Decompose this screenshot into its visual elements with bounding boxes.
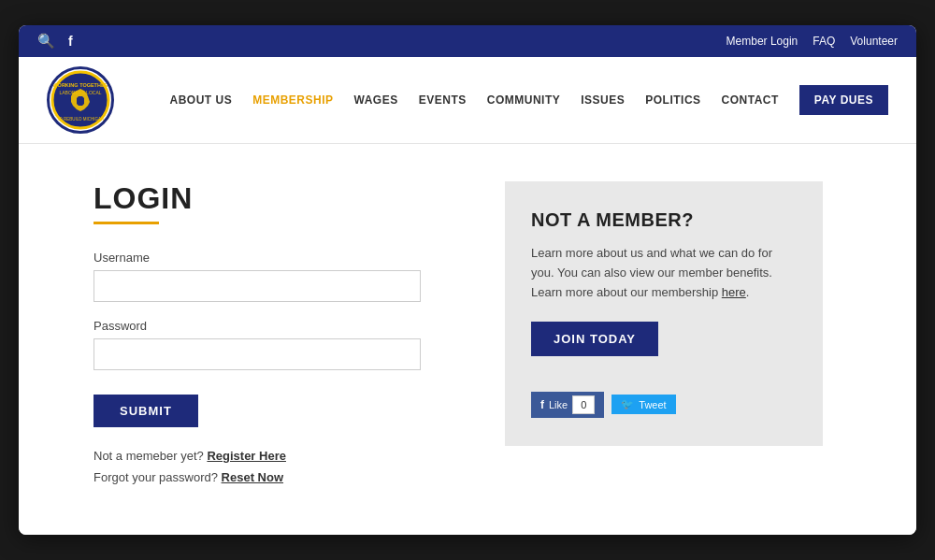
top-bar-right: Member Login FAQ Volunteer [726, 35, 898, 48]
facebook-like-button[interactable]: f Like 0 [531, 392, 604, 418]
password-group: Password [94, 319, 468, 370]
username-input[interactable] [94, 270, 421, 302]
register-here-link[interactable]: Register Here [207, 449, 286, 463]
logo-svg: WORKING TOGETHER LABORERS LOCAL TO REBUI… [50, 70, 110, 130]
nav-community[interactable]: COMMUNITY [487, 93, 561, 107]
not-member-title: NOT A MEMBER? [531, 209, 797, 231]
nav-events[interactable]: EVENTS [419, 93, 467, 107]
facebook-icon[interactable]: f [68, 34, 73, 49]
username-group: Username [94, 251, 468, 302]
header: WORKING TOGETHER LABORERS LOCAL TO REBUI… [19, 57, 916, 144]
tweet-label: Tweet [639, 399, 666, 410]
form-links: Not a memeber yet? Register Here Forgot … [94, 446, 468, 487]
not-member-body: Learn more about us and what we can do f… [531, 244, 797, 302]
search-icon[interactable]: 🔍 [37, 33, 55, 50]
fb-like-label: Like [549, 399, 568, 410]
top-bar: 🔍 f Member Login FAQ Volunteer [19, 25, 916, 57]
reset-now-link[interactable]: Reset Now [222, 470, 283, 484]
login-underline [94, 222, 159, 224]
password-label: Password [94, 319, 468, 333]
tweet-button[interactable]: 🐦 Tweet [611, 395, 675, 414]
password-input[interactable] [94, 338, 421, 370]
username-label: Username [94, 251, 468, 265]
pay-dues-button[interactable]: PAY DUES [799, 85, 888, 115]
member-login-link[interactable]: Member Login [726, 35, 798, 48]
login-section: LOGIN Username Password SUBMIT Not a mem… [94, 181, 468, 487]
nav-politics[interactable]: POLITICS [645, 93, 700, 107]
fb-count: 0 [572, 395, 595, 414]
nav-contact[interactable]: CONTACT [722, 93, 779, 107]
top-bar-left: 🔍 f [37, 33, 73, 50]
not-member-line: Not a memeber yet? Register Here [94, 446, 468, 467]
logo-area: WORKING TOGETHER LABORERS LOCAL TO REBUI… [47, 66, 114, 134]
nav-wages[interactable]: WAGES [354, 93, 398, 107]
twitter-icon: 🐦 [621, 398, 634, 410]
forgot-password-line: Forgot your password? Reset Now [94, 467, 468, 488]
not-member-box: NOT A MEMBER? Learn more about us and wh… [505, 181, 823, 445]
main-content: LOGIN Username Password SUBMIT Not a mem… [19, 144, 916, 534]
forgot-text: Forgot your password? [94, 470, 218, 484]
not-member-text: Not a memeber yet? [94, 449, 204, 463]
fb-icon: f [540, 398, 544, 411]
svg-text:WORKING TOGETHER: WORKING TOGETHER [52, 82, 108, 88]
nav-membership[interactable]: MEMBERSHIP [252, 93, 333, 107]
here-link[interactable]: here [722, 285, 746, 299]
main-nav: ABOUT US MEMBERSHIP WAGES EVENTS COMMUNI… [170, 85, 888, 115]
social-buttons: f Like 0 🐦 Tweet [531, 392, 797, 418]
organization-logo: WORKING TOGETHER LABORERS LOCAL TO REBUI… [47, 66, 114, 134]
submit-button[interactable]: SUBMIT [94, 395, 198, 427]
faq-link[interactable]: FAQ [813, 35, 835, 48]
join-today-button[interactable]: JOIN TODAY [531, 322, 658, 356]
nav-issues[interactable]: ISSUES [581, 93, 625, 107]
volunteer-link[interactable]: Volunteer [850, 35, 898, 48]
browser-frame: 🔍 f Member Login FAQ Volunteer WORKING T… [19, 25, 916, 534]
svg-text:TO REBUILD MICHIGAN: TO REBUILD MICHIGAN [57, 117, 105, 122]
nav-about-us[interactable]: ABOUT US [170, 93, 233, 107]
login-title: LOGIN [94, 181, 468, 216]
